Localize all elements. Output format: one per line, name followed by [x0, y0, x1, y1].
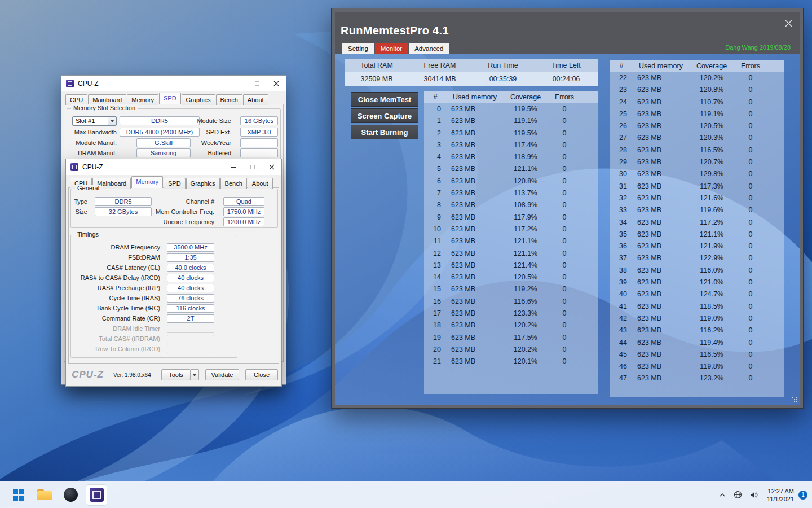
dram-manuf-field: Samsung: [136, 148, 191, 157]
table-row: 26623 MB120.5%0: [610, 120, 784, 132]
table-row: 44623 MB119.4%0: [610, 337, 784, 349]
timing-label: RAS# to CAS# Delay (tRCD): [71, 274, 167, 281]
table-row: 22623 MB120.2%0: [610, 72, 784, 84]
memtest-table-left-body: 0623 MB119.5%01623 MB119.1%02623 MB119.5…: [424, 103, 598, 368]
tab-spd[interactable]: SPD: [159, 93, 181, 104]
titlebar: CPU-Z: [61, 76, 286, 91]
memtest-tab-strip: Setting Monitor Advanced: [342, 43, 450, 54]
tools-button[interactable]: Tools: [161, 369, 191, 380]
buffered-label: Buffered: [195, 148, 231, 157]
table-row: 12623 MB121.1%0: [424, 248, 598, 260]
mem-controller-freq-label: Mem Controller Freq.: [150, 207, 214, 216]
timing-row: Cycle Time (tRAS)76 clocks: [71, 293, 237, 303]
tab-monitor[interactable]: Monitor: [375, 43, 408, 54]
tab-strip: CPU Mainboard Memory SPD Graphics Bench …: [61, 91, 286, 104]
table-row: 3623 MB117.4%0: [424, 139, 598, 151]
col-used-memory: Used memory: [447, 91, 503, 103]
memtest-window: RunMemtestPro 4.1 Dang Wang 2019/08/28 S…: [332, 8, 803, 408]
tools-dropdown-button[interactable]: [191, 369, 199, 380]
maximize-button[interactable]: [243, 160, 262, 174]
col-coverage: Coverage: [503, 91, 548, 103]
close-button[interactable]: [782, 16, 795, 30]
table-row: 34623 MB117.2%0: [610, 217, 784, 229]
table-row: 16623 MB116.6%0: [424, 296, 598, 308]
table-row: 39623 MB121.0%0: [610, 277, 784, 288]
tab-mainboard[interactable]: Mainboard: [88, 94, 126, 105]
maximize-icon: [250, 165, 255, 169]
cpuz-taskbar-button[interactable]: [86, 484, 107, 506]
table-row: 2623 MB119.5%0: [424, 128, 598, 139]
buffered-field: [240, 148, 278, 157]
timing-row: DRAM Idle Timer: [71, 323, 237, 334]
tab-memory[interactable]: Memory: [127, 94, 158, 105]
resize-grip-icon[interactable]: [792, 397, 798, 404]
col-index: #: [610, 60, 633, 72]
start-burning-button[interactable]: Start Burning: [351, 125, 418, 139]
table-row: 29623 MB120.7%0: [610, 156, 784, 168]
minimize-button[interactable]: [228, 76, 248, 91]
close-memtest-button[interactable]: Close MemTest: [351, 92, 418, 107]
total-ram-header: Total RAM: [345, 59, 408, 72]
slot-selector[interactable]: Slot #1: [72, 116, 117, 126]
table-row: 20623 MB120.2%0: [424, 344, 598, 356]
tab-graphics[interactable]: Graphics: [182, 94, 215, 105]
table-row: 7623 MB113.7%0: [424, 187, 598, 199]
window-title: CPU-Z: [82, 163, 224, 171]
run-time-header: Run Time: [471, 59, 535, 72]
tab-cpu[interactable]: CPU: [65, 94, 87, 105]
tab-memory[interactable]: Memory: [131, 176, 163, 188]
dropdown-button[interactable]: [108, 117, 116, 125]
app-button[interactable]: [60, 484, 81, 506]
timing-field: [167, 345, 214, 353]
close-button-footer[interactable]: Close: [245, 369, 278, 380]
windows-logo-icon: [13, 489, 24, 501]
maximize-button[interactable]: [248, 76, 267, 91]
volume-icon: [749, 491, 758, 499]
clock[interactable]: 12:27 AM 11/1/2021: [767, 487, 794, 503]
table-row: 13623 MB121.4%0: [424, 260, 598, 271]
volume-button[interactable]: [747, 486, 761, 504]
table-row: 25623 MB119.1%0: [610, 108, 784, 120]
tab-about[interactable]: About: [248, 178, 273, 189]
minimize-button[interactable]: [224, 160, 243, 174]
tab-spd[interactable]: SPD: [164, 178, 186, 189]
cpuz-window-memory: CPU-Z CPU Mainboard Memory SPD Graphics …: [65, 159, 282, 387]
table-row: 42623 MB119.0%0: [610, 313, 784, 325]
timing-field: 1:35: [167, 253, 214, 262]
tab-about[interactable]: About: [243, 94, 268, 105]
slot-selector-value: Slot #1: [73, 117, 108, 125]
max-bandwidth-field: DDR5-4800 (2400 MHz): [120, 128, 200, 137]
timings-group: Timings DRAM Frequency3500.0 MHzFSB:DRAM…: [70, 235, 237, 358]
timing-label: Bank Cycle Time (tRC): [71, 305, 167, 312]
timing-row: DRAM Frequency3500.0 MHz: [71, 242, 237, 252]
tab-setting[interactable]: Setting: [342, 43, 374, 54]
network-button[interactable]: [731, 486, 745, 504]
table-row: 43623 MB116.2%0: [610, 325, 784, 336]
file-explorer-button[interactable]: [34, 484, 55, 506]
close-button[interactable]: [262, 160, 281, 174]
cpuz-footer-logo: CPU-Z: [72, 369, 104, 380]
app-icon: [64, 488, 78, 502]
channel-label: Channel #: [150, 197, 214, 206]
close-button[interactable]: [267, 76, 286, 91]
tab-bench[interactable]: Bench: [216, 94, 242, 105]
notification-badge[interactable]: 1: [798, 491, 807, 500]
table-row: 38623 MB116.0%0: [610, 265, 784, 277]
table-row: 36623 MB121.9%0: [610, 240, 784, 252]
table-row: 40623 MB124.7%0: [610, 288, 784, 300]
table-row: 31623 MB117.3%0: [610, 181, 784, 192]
cpuz-footer: CPU-Z Ver. 1.98.0.x64 Tools Validate Clo…: [68, 366, 279, 383]
timing-field: [167, 325, 214, 333]
table-header: # Used memory Coverage Errors: [610, 60, 784, 72]
tab-graphics[interactable]: Graphics: [186, 178, 220, 189]
tab-bench[interactable]: Bench: [220, 178, 247, 189]
memtest-body: Total RAM Free RAM Run Time Time Left 32…: [335, 54, 800, 405]
validate-button[interactable]: Validate: [205, 369, 239, 380]
tab-advanced[interactable]: Advanced: [409, 43, 449, 54]
screen-capture-button[interactable]: Screen Capture: [351, 108, 418, 123]
close-icon: [273, 81, 279, 86]
clock-time: 12:27 AM: [768, 488, 794, 494]
table-row: 15623 MB119.2%0: [424, 283, 598, 295]
tray-chevron-button[interactable]: [715, 486, 730, 504]
start-button[interactable]: [8, 484, 29, 506]
